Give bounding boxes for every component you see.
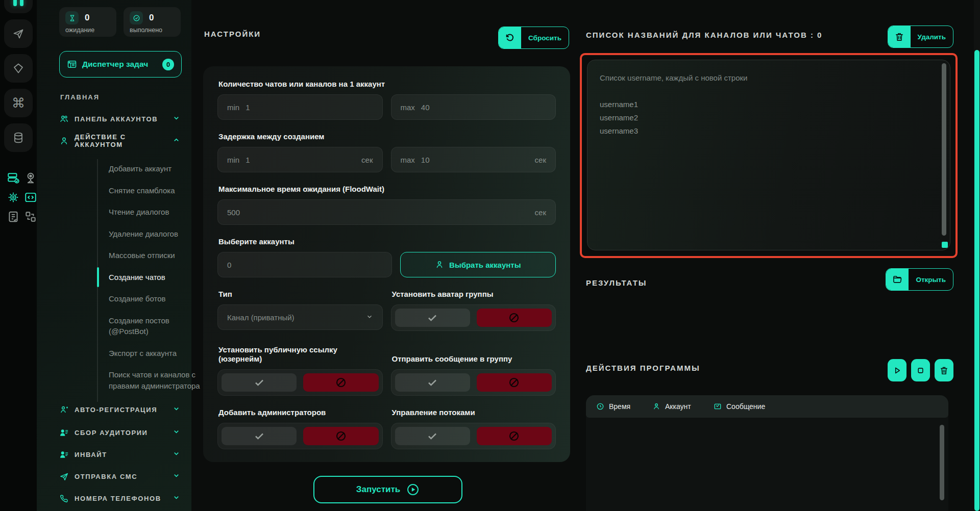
settings-card: Количество чатов или каналов на 1 аккаун… [203,66,570,462]
max-delay-input[interactable]: max 10 сек [391,147,556,172]
log-scrollbar-thumb[interactable] [940,425,944,500]
check-icon [426,312,438,324]
toggle-no-option[interactable] [303,427,378,445]
open-results-button[interactable]: Открыть [886,268,953,291]
textarea-resize-handle[interactable] [942,242,948,248]
min-chats-input[interactable]: min 1 [217,94,383,120]
chevron-down-icon [173,114,180,124]
diamond-nav-button[interactable] [4,54,33,83]
task-manager-button[interactable]: Диспетчер задач 0 [59,51,182,78]
type-select[interactable]: Канал (приватный) [217,304,383,330]
toggle-yes-option[interactable] [395,427,470,445]
sidebar-item-label: ДЕЙСТВИЕ С АККАУНТОМ [75,133,167,148]
command-nav-button[interactable]: ⌘ [4,89,33,117]
max-value: 40 [421,103,430,112]
database-icon [12,132,24,144]
check-icon [253,376,265,389]
max-prefix: max [401,156,415,164]
swap-icon[interactable] [24,210,37,223]
floodwait-value: 500 [227,208,240,217]
page-scrollbar[interactable] [974,0,980,511]
column-label: Сообщение [726,402,765,411]
ban-icon [508,312,520,324]
field-label: Задержка между созданием [218,132,556,141]
reset-button[interactable]: Сбросить [498,27,569,49]
play-log-button[interactable] [888,359,906,381]
toggle-yes-option[interactable] [222,427,297,445]
sidebar-item-accounts-panel[interactable]: ПАНЕЛЬ АККАУНТОВ [59,112,180,125]
icon-rail: ⌘ [0,0,37,511]
database-nav-button[interactable] [4,123,33,152]
sidebar-item-sms[interactable]: ОТПРАВКА СМС [59,470,180,483]
type-selected-value: Канал (приватный) [227,313,295,322]
toggle-yes-option[interactable] [222,373,297,392]
app-window: ⌘ 0 ожи [0,0,980,511]
app-logo-button[interactable] [4,0,33,13]
pending-stat-card: 0 ожидание [59,7,116,37]
code-window-icon[interactable] [24,191,37,204]
link-message-row: Установить публичную ссылку (юзернейм) О… [217,343,556,396]
send-icon [12,28,24,40]
floodwait-group: Максимальное время ожидания (FloodWait) … [217,185,556,225]
min-delay-input[interactable]: min 1 сек [217,147,383,172]
clear-log-button[interactable] [935,359,953,381]
column-label: Время [609,402,630,411]
sidebar-item-invite[interactable]: ИНВАЙТ [59,448,180,461]
toggle-no-option[interactable] [477,427,552,445]
play-circle-icon [406,483,420,496]
max-chats-input[interactable]: max 40 [391,94,556,120]
min-value: 1 [246,156,250,164]
results-title: РЕЗУЛЬТАТЫ [586,278,647,287]
toggle-yes-option[interactable] [395,309,470,327]
send-nav-button[interactable] [4,19,33,48]
run-button[interactable]: Запустить [313,476,462,503]
toggle-yes-option[interactable] [395,373,470,392]
example-username: username3 [600,124,938,138]
field-label: Отправить сообщение в группу [392,354,556,364]
floodwait-input[interactable]: 500 сек [217,199,556,225]
delete-button-label: Удалить [911,26,953,47]
chevron-down-icon [366,313,373,322]
server-check-icon[interactable] [7,171,20,185]
chats-per-account-group: Количество чатов или каналов на 1 аккаун… [217,80,556,120]
stop-icon [916,366,925,375]
stop-log-button[interactable] [911,359,930,381]
gear-icon[interactable] [7,191,20,204]
accounts-count-input[interactable]: 0 [217,252,392,277]
page-scrollbar-thumb[interactable] [974,50,979,511]
max-prefix: max [401,103,415,112]
app-icon [13,0,17,6]
command-icon: ⌘ [12,95,25,111]
check-icon [253,430,265,442]
column-time: Время [596,402,652,411]
column-label: Аккаунт [665,402,691,411]
type-avatar-row: Тип Канал (приватный) Установить аватар … [217,290,556,331]
channel-names-textarea[interactable]: Список username, каждый с новой строки u… [587,60,950,250]
toggle-no-option[interactable] [477,309,552,327]
task-window-icon [67,59,77,69]
select-accounts-button[interactable]: Выбрать аккаунты [400,252,556,277]
toggle-no-option[interactable] [477,373,552,392]
trash-icon [939,366,949,375]
textarea-scrollbar-thumb[interactable] [942,63,946,236]
phone-icon [59,494,69,503]
add-admins-toggle [217,423,383,449]
doc-check-icon[interactable] [7,210,20,223]
sidebar-item-audience[interactable]: СБОР АУДИТОРИИ [59,426,180,439]
min-value: 1 [246,103,250,112]
admins-threads-row: Добавить администраторов Управление пото… [217,408,556,449]
select-accounts-label: Выбрать аккаунты [449,261,521,269]
log-table-header: Время Аккаунт Сообщение [586,395,948,418]
field-label: Тип [218,290,383,299]
chevron-down-icon [173,472,180,481]
public-link-toggle [217,369,383,396]
field-label: Установить публичную ссылку (юзернейм) [218,345,383,364]
delete-list-button[interactable]: Удалить [888,25,953,48]
webcam-icon[interactable] [24,171,37,185]
sidebar-item-auto-registration[interactable]: АВТО-РЕГИСТРАЦИЯ [59,403,180,416]
done-stat-card: 0 выполнено [124,7,181,37]
threads-toggle [391,423,556,449]
sidebar-item-phone-numbers[interactable]: НОМЕРА ТЕЛЕФОНОВ [59,492,180,505]
toggle-no-option[interactable] [303,373,378,392]
sidebar-item-account-actions[interactable]: ДЕЙСТВИЕ С АККАУНТОМ [59,134,180,147]
